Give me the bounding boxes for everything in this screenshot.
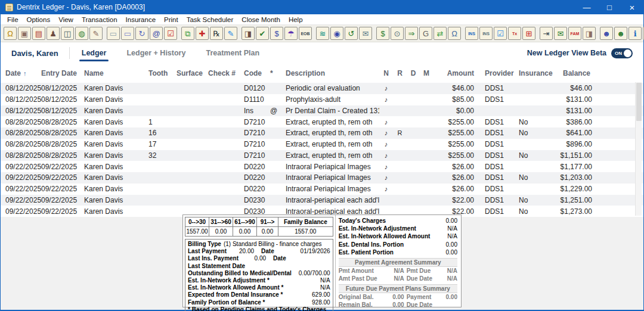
web-tooth-icon[interactable]: ◍ xyxy=(75,27,88,40)
column-header-m[interactable]: M xyxy=(420,69,433,77)
aging-value: 0.00 xyxy=(233,227,257,236)
minimize-button[interactable]: — xyxy=(575,0,598,14)
claim-mail-icon[interactable]: ✉ xyxy=(359,27,372,40)
ledger-row[interactable]: 08/28/202508/28/2025Karen Davis32D7210Ex… xyxy=(1,150,643,161)
cell-n: ♪ xyxy=(379,129,393,136)
patient-education-icon[interactable]: ☻ xyxy=(614,27,627,40)
patient-education-icon-glyph: ☻ xyxy=(617,30,625,38)
menu-close-month[interactable]: Close Month xyxy=(237,16,284,23)
column-header-balance[interactable]: Balance xyxy=(553,69,595,77)
menu-print[interactable]: Print xyxy=(160,16,182,23)
ledger-row[interactable]: 09/22/202509/22/2025Karen DavisD0220Intr… xyxy=(1,161,643,172)
form-icon[interactable]: ▭ xyxy=(107,27,120,40)
treatment-plan-icon[interactable]: ☑ xyxy=(494,27,507,40)
menu-options[interactable]: Options xyxy=(23,16,55,23)
menu-task-scheduler[interactable]: Task Scheduler xyxy=(182,16,238,23)
billing-statement-icon[interactable]: $ xyxy=(270,27,283,40)
ledger-row[interactable]: 08/28/202508/28/2025Karen Davis1D7210Ext… xyxy=(1,116,643,127)
fam-icon[interactable]: FAM xyxy=(568,27,581,40)
referral-door-icon[interactable]: ◨ xyxy=(242,27,255,40)
patient-picture-icon[interactable]: ▣ xyxy=(18,27,31,40)
column-header-tooth[interactable]: Tooth xyxy=(148,69,177,77)
eob-icon[interactable]: EOB xyxy=(299,27,312,40)
scrollbar-thumb[interactable] xyxy=(636,83,642,121)
calculator-icon[interactable]: ⊞ xyxy=(522,27,535,40)
questionnaire-icon[interactable]: ▭ xyxy=(121,27,134,40)
column-header-surface[interactable]: Surface xyxy=(177,69,208,77)
patient-card-icon[interactable]: ◫ xyxy=(61,27,74,40)
ledger-row[interactable]: 08/28/202508/28/2025Karen Davis17D7210Ex… xyxy=(1,139,643,150)
esync-leaves-icon[interactable]: ≋ xyxy=(316,27,329,40)
close-button[interactable]: × xyxy=(621,0,643,14)
menu-file[interactable]: File xyxy=(3,16,23,23)
refresh-icon[interactable]: ↺ xyxy=(345,27,358,40)
column-header-check[interactable]: Check # xyxy=(208,69,244,77)
column-header-n[interactable]: N xyxy=(379,69,393,77)
billing-row: Outstanding Billed to Medical/Dental0.00… xyxy=(188,270,330,277)
stamp-icon[interactable]: ✔ xyxy=(256,27,269,40)
patient-chair-icon[interactable]: ♟ xyxy=(47,27,60,40)
dental-insurance-icon[interactable]: INS xyxy=(465,27,478,40)
column-header-amount[interactable]: Amount xyxy=(433,69,479,77)
ledger-row[interactable]: 08/28/202508/28/2025Karen Davis16D7210Ex… xyxy=(1,127,643,139)
menu-help[interactable]: Help xyxy=(284,16,307,23)
medical-insurance-icon[interactable]: INS xyxy=(479,27,493,40)
menu-transaction[interactable]: Transaction xyxy=(78,16,122,23)
ledger-row[interactable]: 09/22/202509/22/2025Karen DavisD0220Intr… xyxy=(1,184,643,195)
column-header-entry-date[interactable]: Entry Date xyxy=(41,69,84,77)
tab-ledger[interactable]: Ledger xyxy=(80,43,108,63)
cell-code: D7210 xyxy=(244,140,270,148)
prescriptions-icon[interactable]: ℞ xyxy=(210,27,223,40)
ledger-row[interactable]: 08/12/202508/12/2025Karen DavisIns@Pr De… xyxy=(1,105,643,117)
column-header-provider[interactable]: Provider xyxy=(479,69,515,77)
email-icon[interactable]: @ xyxy=(150,27,163,40)
column-header-d[interactable]: D xyxy=(407,69,420,77)
batch-sync-icon[interactable]: ↻ xyxy=(135,27,148,40)
column-header-date[interactable]: Date↑ xyxy=(5,69,41,77)
column-header-description[interactable]: Description xyxy=(286,69,379,77)
insurance-umbrella-icon[interactable]: ☂ xyxy=(284,27,298,40)
statement-mail-icon[interactable]: ✉ xyxy=(554,27,567,40)
family-file-icon[interactable]: ▤ xyxy=(32,27,45,40)
patient-photo-icon[interactable]: ☻ xyxy=(600,27,613,40)
payment-history-icon[interactable]: ⊙ xyxy=(391,27,404,40)
copy-document-icon[interactable]: ⧉ xyxy=(181,27,194,40)
payment-agreement-row-value2: N/A xyxy=(432,275,457,282)
perio-pens-icon[interactable]: ✎ xyxy=(89,27,103,40)
ledger-row[interactable]: 08/12/202508/12/2025Karen DavisD1110Prop… xyxy=(1,94,643,105)
ledger-row[interactable]: 09/22/202509/22/2025Karen DavisD0220Intr… xyxy=(1,172,643,184)
medical-cross-icon[interactable]: ✚ xyxy=(196,27,209,40)
tab-ledger-history[interactable]: Ledger + History xyxy=(125,43,187,63)
column-header-name[interactable]: Name xyxy=(84,69,148,77)
menu-view[interactable]: View xyxy=(54,16,78,23)
walkout-icon[interactable]: ⇥ xyxy=(540,27,553,40)
tooth-chart-icon[interactable]: Ω xyxy=(4,27,17,40)
tooth-insurance-icon[interactable]: Ω xyxy=(448,27,461,40)
checkout-door-icon[interactable]: ◨ xyxy=(583,27,596,40)
clinical-notes-icon[interactable]: ✎ xyxy=(224,27,237,40)
menu-insurance[interactable]: Insurance xyxy=(122,16,160,23)
tab-treatment-plan[interactable]: Treatment Plan xyxy=(205,43,261,63)
tx-icon[interactable]: Tx xyxy=(508,27,521,40)
future-due-header: Future Due Payment Plans Summary xyxy=(339,284,457,293)
cell-entry_date: 09/22/2025 xyxy=(41,196,84,204)
beta-toggle[interactable]: ON xyxy=(611,48,633,58)
ledger-row[interactable]: 09/22/202509/22/2025Karen DavisD0230Intr… xyxy=(1,195,643,206)
cell-name: Karen Davis xyxy=(84,84,148,92)
column-header-[interactable]: * xyxy=(270,69,286,77)
column-header-r[interactable]: R xyxy=(393,69,407,77)
maximize-button[interactable]: □ xyxy=(598,0,621,14)
column-header-code[interactable]: Code xyxy=(244,69,270,77)
task-list-icon[interactable]: ☑ xyxy=(164,27,177,40)
sort-ascending-icon[interactable]: ↑ xyxy=(23,70,27,77)
column-header-insurance[interactable]: Insurance xyxy=(515,69,553,77)
payment-document-icon[interactable]: $ xyxy=(376,27,389,40)
patient-camera-icon[interactable]: ◉ xyxy=(330,27,343,40)
card-transfer-icon[interactable]: ⇄ xyxy=(434,27,447,40)
guarantor-icon[interactable]: G xyxy=(419,27,432,40)
ledger-row[interactable]: 08/12/202508/12/2025Karen DavisD0120Peri… xyxy=(1,83,643,94)
treatment-plan-icon-glyph: ☑ xyxy=(497,30,504,38)
office-info-icon[interactable]: ℹ xyxy=(628,27,642,40)
import-payment-icon[interactable]: ⇒ xyxy=(405,27,418,40)
vertical-scrollbar[interactable] xyxy=(635,82,642,216)
